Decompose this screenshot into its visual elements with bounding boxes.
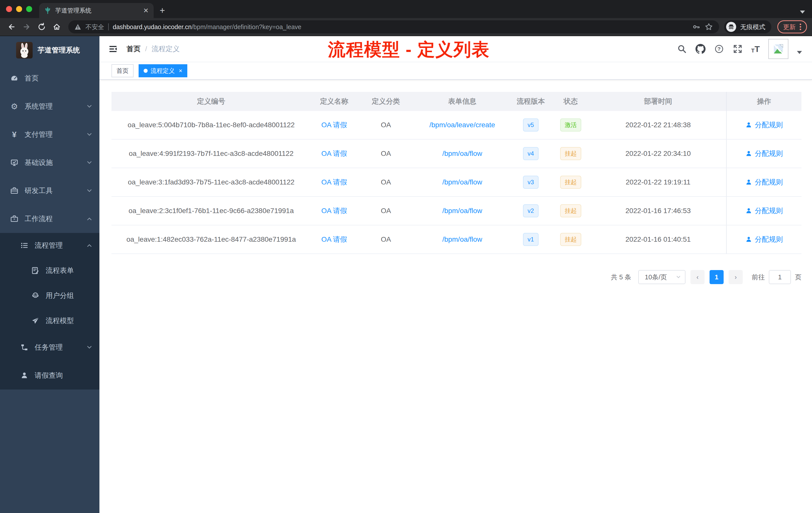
sidebar-item-workflow[interactable]: 工作流程 [0,205,99,233]
github-icon[interactable] [696,44,705,54]
definition-table: 定义编号 定义名称 定义分类 表单信息 流程版本 状态 部署时间 操作 oa_l… [112,92,802,254]
avatar[interactable] [768,39,788,59]
sidebar-item-payment[interactable]: ¥ 支付管理 [0,120,99,149]
form-link[interactable]: /bpm/oa/flow [414,235,510,243]
col-header: 定义分类 [357,97,414,106]
assign-rule-link[interactable]: 分配规则 [755,177,783,187]
assign-rule-link[interactable]: 分配规则 [755,235,783,244]
sidebar-item-user-group[interactable]: 用户分组 [0,283,99,308]
sidebar-item-devtools[interactable]: 研发工具 [0,177,99,205]
back-button[interactable] [5,20,18,33]
minimize-window-button[interactable] [16,6,22,12]
password-key-icon[interactable] [692,23,700,31]
home-button[interactable] [50,20,63,33]
chevron-up-icon [86,242,92,248]
definition-category: OA [357,150,414,158]
deploy-time: 2022-01-22 19:19:11 [590,178,726,186]
table-row: oa_leave:3:1fad3d93-7b75-11ec-a3c8-acde4… [112,168,802,197]
bookmark-star-icon[interactable] [704,23,713,31]
tag-close-icon[interactable]: × [179,67,182,74]
table-row: oa_leave:4:991f2193-7b7f-11ec-a3c8-acde4… [112,140,802,168]
page-unit-label: 页 [795,273,802,281]
definition-name-link[interactable]: OA 请假 [311,235,357,244]
tab-search-chevron-icon[interactable] [800,10,805,13]
version-badge: v2 [523,204,538,217]
form-link[interactable]: /bpm/oa/leave/create [414,121,510,129]
forward-button[interactable] [20,20,33,33]
chevron-down-icon [86,344,92,350]
assign-user-icon [745,179,752,186]
new-tab-button[interactable]: + [160,6,165,15]
sidebar-item-label: 流程模型 [46,316,74,326]
avatar-caret-icon[interactable] [797,51,802,54]
tab-title: 芋道管理系统 [55,6,139,14]
form-link[interactable]: /bpm/oa/flow [414,207,510,215]
omnibox-divider [108,23,109,30]
sidebar-item-leave-query[interactable]: 请假查询 [0,361,99,390]
goto-label: 前往 [752,273,765,281]
col-header: 表单信息 [414,97,510,106]
next-page-button[interactable]: › [729,270,743,284]
active-dot [144,69,148,73]
col-header: 状态 [551,97,590,106]
assign-rule-link[interactable]: 分配规则 [755,206,783,216]
hamburger-icon[interactable] [109,44,118,54]
sidebar-item-process-model[interactable]: 流程模型 [0,308,99,333]
goto-page-input[interactable] [769,270,791,284]
user-icon [20,371,29,380]
favicon-plant-icon [44,7,51,14]
deploy-time: 2022-01-16 17:46:53 [590,207,726,215]
sidebar-item-process-mgmt[interactable]: 流程管理 [0,233,99,258]
url-bar[interactable]: 不安全 dashboard.yudao.iocoder.cn/bpm/manag… [68,20,719,33]
breadcrumb-home[interactable]: 首页 [126,44,141,54]
gear-icon: ⚙ [10,102,19,111]
tab-close-icon[interactable]: ✕ [143,7,149,14]
sidebar-submenu-workflow: 流程管理 流程表单 用户分组 [0,233,99,390]
browser-update-button[interactable]: 更新 [777,20,807,33]
definition-name-link[interactable]: OA 请假 [311,149,357,158]
browser-menu-icon[interactable] [800,24,801,30]
col-header: 操作 [726,92,802,111]
fullscreen-icon[interactable] [733,44,743,54]
assign-user-icon [745,121,752,128]
definition-name-link[interactable]: OA 请假 [311,120,357,130]
breadcrumb-separator: / [145,45,147,53]
update-label: 更新 [783,23,796,31]
reload-button[interactable] [35,20,48,33]
tag-process-definition[interactable]: 流程定义 × [139,64,187,77]
font-size-icon[interactable]: TT [751,44,760,54]
sidebar-item-task-mgmt[interactable]: 任务管理 [0,333,99,361]
definition-name-link[interactable]: OA 请假 [311,177,357,187]
chevron-down-icon [86,103,92,110]
close-window-button[interactable] [6,6,12,12]
incognito-icon [726,22,736,32]
tree-icon [20,343,29,351]
tags-view: 首页 流程定义 × [99,62,812,80]
form-link[interactable]: /bpm/oa/flow [414,178,510,186]
sidebar-logo[interactable]: 芋道管理系统 [0,36,99,64]
url-text[interactable]: dashboard.yudao.iocoder.cn/bpm/manager/d… [113,23,688,31]
sidebar-item-label: 系统管理 [25,102,53,111]
form-link[interactable]: /bpm/oa/flow [414,150,510,158]
sidebar-item-infra[interactable]: 基础设施 [0,149,99,177]
page-1-button[interactable]: 1 [709,270,724,284]
assign-rule-link[interactable]: 分配规则 [755,120,783,130]
logo-rabbit-image [16,42,33,58]
help-icon[interactable]: ? [714,44,724,54]
incognito-badge: 无痕模式 [724,20,771,33]
sidebar-item-label: 研发工具 [25,186,53,195]
security-label[interactable]: 不安全 [85,23,104,31]
breadcrumb: 首页 / 流程定义 [126,44,180,54]
sidebar-item-process-form[interactable]: 流程表单 [0,258,99,283]
sidebar-item-system[interactable]: ⚙ 系统管理 [0,92,99,120]
assign-rule-link[interactable]: 分配规则 [755,149,783,158]
definition-name-link[interactable]: OA 请假 [311,206,357,216]
tag-home[interactable]: 首页 [112,64,134,77]
browser-tab[interactable]: 芋道管理系统 ✕ [39,3,154,18]
prev-page-button[interactable]: ‹ [691,270,704,284]
version-badge: v1 [523,233,538,246]
search-icon[interactable] [677,44,687,54]
zoom-window-button[interactable] [26,6,32,12]
sidebar-item-home[interactable]: 首页 [0,64,99,92]
page-size-select[interactable]: 10条/页 [638,270,686,284]
